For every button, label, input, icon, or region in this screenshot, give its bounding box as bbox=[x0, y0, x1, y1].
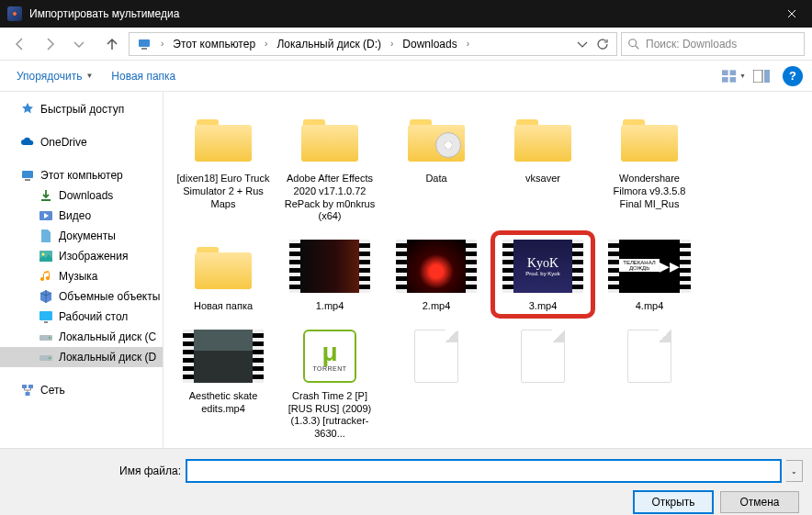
sidebar-downloads[interactable]: Downloads bbox=[0, 185, 163, 206]
sidebar-music[interactable]: Музыка bbox=[0, 266, 163, 286]
folder-item[interactable]: Wondershare Filmora v9.3.5.8 Final MI_Ru… bbox=[599, 105, 700, 227]
folder-icon bbox=[404, 114, 468, 163]
torrent-icon: μTORRENT bbox=[303, 330, 356, 383]
video-thumbnail bbox=[289, 240, 370, 293]
sidebar-local-d[interactable]: Локальный диск (D bbox=[0, 347, 163, 367]
filename-dropdown[interactable]: ⌄ bbox=[786, 460, 803, 482]
filename-input[interactable] bbox=[186, 460, 781, 482]
video-item[interactable]: ТЕЛЕКАНАЛ ДОЖДЬ▶▶4.mp4 bbox=[599, 232, 700, 317]
app-icon bbox=[7, 6, 22, 21]
svg-point-2 bbox=[629, 39, 637, 46]
video-item[interactable]: Aesthetic skate edits.mp4 bbox=[173, 322, 274, 444]
window-title: Импортировать мультимедиа bbox=[29, 7, 771, 20]
search-input[interactable]: Поиск: Downloads bbox=[621, 32, 805, 56]
svg-rect-7 bbox=[753, 70, 762, 83]
video-thumbnail: KyoKProd. by Kyok bbox=[502, 240, 583, 293]
svg-rect-10 bbox=[25, 179, 30, 181]
sidebar-quick-access[interactable]: Быстрый доступ bbox=[0, 99, 163, 119]
svg-rect-3 bbox=[722, 70, 728, 75]
svg-rect-14 bbox=[39, 311, 52, 320]
disc-icon bbox=[435, 132, 461, 158]
main-area: Быстрый доступ OneDrive Этот компьютер D… bbox=[0, 92, 812, 448]
video-item[interactable]: 2.mp4 bbox=[386, 232, 487, 317]
toolbar: Упорядочить▼ Новая папка ▼ ? bbox=[0, 61, 812, 92]
svg-rect-6 bbox=[730, 76, 737, 82]
arrow-up-icon bbox=[105, 37, 119, 51]
up-button[interactable] bbox=[99, 32, 125, 56]
sidebar-this-pc[interactable]: Этот компьютер bbox=[0, 165, 163, 185]
search-placeholder: Поиск: Downloads bbox=[646, 38, 737, 50]
back-button[interactable] bbox=[7, 32, 33, 56]
drive-icon bbox=[39, 330, 53, 344]
sidebar-3d-objects[interactable]: Объемные объекты bbox=[0, 286, 163, 307]
sidebar-images[interactable]: Изображения bbox=[0, 246, 163, 266]
folder-item[interactable]: [dixen18] Euro Truck Simulator 2 + Rus M… bbox=[173, 105, 274, 227]
breadcrumb-dropdown[interactable] bbox=[572, 32, 592, 56]
pc-icon bbox=[135, 35, 153, 53]
file-list[interactable]: [dixen18] Euro Truck Simulator 2 + Rus M… bbox=[164, 92, 812, 448]
sidebar-local-c[interactable]: Локальный диск (С bbox=[0, 327, 163, 347]
sidebar-desktop[interactable]: Рабочий стол bbox=[0, 307, 163, 327]
refresh-button[interactable] bbox=[592, 32, 613, 56]
refresh-icon bbox=[595, 37, 610, 51]
cancel-button[interactable]: Отмена bbox=[720, 491, 799, 513]
preview-pane-icon bbox=[753, 70, 770, 83]
chevron-down-icon bbox=[72, 37, 86, 51]
sidebar-documents[interactable]: Документы bbox=[0, 226, 163, 246]
bc-folder[interactable]: Downloads bbox=[399, 38, 460, 50]
view-icon bbox=[722, 70, 738, 83]
video-item[interactable]: 1.mp4 bbox=[279, 232, 380, 317]
chevron-right-icon: › bbox=[155, 39, 169, 49]
document-icon bbox=[39, 229, 53, 243]
video-item-highlighted[interactable]: KyoKProd. by Kyok3.mp4 bbox=[492, 232, 593, 317]
breadcrumb[interactable]: › Этот компьютер › Локальный диск (D:) ›… bbox=[129, 32, 617, 56]
chevron-down-icon bbox=[575, 37, 590, 51]
recent-button[interactable] bbox=[66, 32, 92, 56]
organize-button[interactable]: Упорядочить▼ bbox=[9, 66, 100, 86]
svg-point-19 bbox=[49, 357, 51, 359]
sidebar-onedrive[interactable]: OneDrive bbox=[0, 132, 163, 152]
folder-item[interactable]: Adobe After Effects 2020 v17.1.0.72 RePa… bbox=[279, 105, 380, 227]
torrent-item[interactable]: μTORRENTCrash Time 2 [P] [RUS RUS] (2009… bbox=[279, 322, 380, 444]
folder-item[interactable]: Data bbox=[386, 105, 487, 227]
document-icon bbox=[414, 330, 458, 383]
new-folder-button[interactable]: Новая папка bbox=[104, 66, 183, 86]
filename-label: Имя файла: bbox=[119, 465, 181, 477]
sidebar-network[interactable]: Сеть bbox=[0, 380, 163, 400]
svg-rect-22 bbox=[26, 392, 30, 396]
sidebar-video[interactable]: Видео bbox=[0, 206, 163, 226]
forward-button[interactable] bbox=[37, 32, 62, 56]
bc-root[interactable]: Этот компьютер bbox=[169, 38, 259, 50]
cube-icon bbox=[39, 289, 53, 304]
svg-rect-0 bbox=[139, 39, 150, 47]
address-bar: › Этот компьютер › Локальный диск (D:) ›… bbox=[0, 28, 812, 61]
svg-rect-4 bbox=[730, 70, 737, 75]
folder-icon bbox=[298, 114, 362, 163]
network-icon bbox=[20, 383, 35, 397]
view-options-button[interactable]: ▼ bbox=[722, 66, 746, 86]
music-icon bbox=[39, 269, 53, 284]
cloud-icon bbox=[20, 135, 35, 150]
svg-rect-15 bbox=[44, 321, 48, 323]
chevron-right-icon: › bbox=[461, 39, 475, 49]
file-item[interactable] bbox=[492, 322, 593, 444]
folder-item[interactable]: Новая папка bbox=[173, 232, 274, 317]
caret-down-icon: ▼ bbox=[85, 72, 93, 80]
svg-point-17 bbox=[49, 337, 51, 339]
video-thumbnail bbox=[183, 330, 264, 383]
open-button[interactable]: Открыть bbox=[634, 491, 713, 513]
folder-item[interactable]: vksaver bbox=[492, 105, 593, 227]
titlebar: Импортировать мультимедиа bbox=[0, 0, 812, 28]
sidebar: Быстрый доступ OneDrive Этот компьютер D… bbox=[0, 92, 164, 448]
bc-drive[interactable]: Локальный диск (D:) bbox=[273, 38, 385, 50]
search-icon bbox=[627, 38, 640, 50]
preview-pane-button[interactable] bbox=[750, 66, 773, 86]
folder-icon bbox=[191, 241, 255, 291]
close-icon bbox=[787, 9, 796, 18]
help-button[interactable]: ? bbox=[783, 66, 803, 86]
folder-icon bbox=[617, 114, 682, 163]
download-icon bbox=[39, 188, 53, 203]
file-item[interactable] bbox=[599, 322, 700, 444]
close-button[interactable] bbox=[771, 0, 812, 28]
file-item[interactable] bbox=[386, 322, 487, 444]
